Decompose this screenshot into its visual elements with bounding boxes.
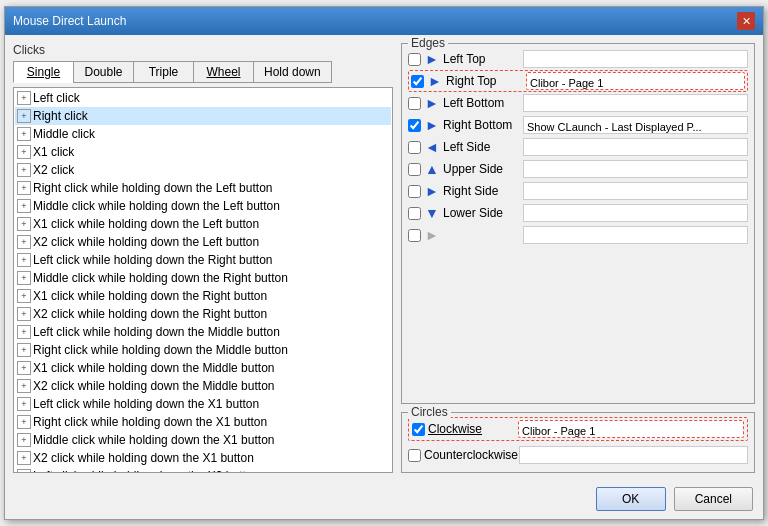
expand-icon[interactable]: +: [17, 469, 31, 473]
edge-checkbox-left-bottom[interactable]: [408, 97, 421, 110]
arrow-left-icon: ◄: [424, 139, 440, 155]
edge-row-empty: ►: [408, 224, 748, 246]
arrow-down-icon: ▼: [424, 205, 440, 221]
circle-value-clockwise[interactable]: Clibor - Page 1: [518, 420, 744, 438]
edge-checkbox-right-side[interactable]: [408, 185, 421, 198]
edge-checkbox-upper-side[interactable]: [408, 163, 421, 176]
edge-label-right-side: Right Side: [443, 182, 523, 200]
list-item-label: Right click while holding down the Middl…: [33, 342, 288, 358]
arrow-right-icon: ►: [424, 117, 440, 133]
list-item-label: Right click while holding down the Left …: [33, 180, 272, 196]
list-item[interactable]: + X2 click: [15, 161, 391, 179]
list-item-label: Left click: [33, 90, 80, 106]
edge-value-right-top[interactable]: Clibor - Page 1: [526, 72, 745, 90]
edge-row-left-side: ◄ Left Side: [408, 136, 748, 158]
list-item[interactable]: + Left click: [15, 89, 391, 107]
edge-checkbox-left-top[interactable]: [408, 53, 421, 66]
list-item[interactable]: + X1 click while holding down the Right …: [15, 287, 391, 305]
edge-checkbox-left-side[interactable]: [408, 141, 421, 154]
expand-icon[interactable]: +: [17, 145, 31, 159]
edge-value-left-top[interactable]: [523, 50, 748, 68]
tabs-row: Single Double Triple Wheel Hold down: [13, 61, 393, 83]
edge-value-upper-side[interactable]: [523, 160, 748, 178]
edge-row-upper-side: ▲ Upper Side: [408, 158, 748, 180]
list-item[interactable]: + Right click while holding down the Lef…: [15, 179, 391, 197]
arrow-right-icon: ►: [424, 95, 440, 111]
expand-icon[interactable]: +: [17, 271, 31, 285]
expand-icon[interactable]: +: [17, 361, 31, 375]
edge-value-empty[interactable]: [523, 226, 748, 244]
expand-icon[interactable]: +: [17, 433, 31, 447]
list-item[interactable]: + X1 click while holding down the Left b…: [15, 215, 391, 233]
expand-icon[interactable]: +: [17, 181, 31, 195]
edge-value-lower-side[interactable]: [523, 204, 748, 222]
expand-icon[interactable]: +: [17, 415, 31, 429]
edges-section: Edges ► Left Top ► Right Top: [401, 43, 755, 404]
title-bar: Mouse Direct Launch ✕: [5, 7, 763, 35]
ok-button[interactable]: OK: [596, 487, 666, 511]
tab-triple[interactable]: Triple: [133, 61, 193, 83]
list-item-label: X1 click: [33, 144, 74, 160]
cancel-button[interactable]: Cancel: [674, 487, 753, 511]
tab-double[interactable]: Double: [73, 61, 133, 83]
expand-icon[interactable]: +: [17, 325, 31, 339]
edge-value-right-bottom[interactable]: Show CLaunch - Last Displayed P...: [523, 116, 748, 134]
edge-label-lower-side: Lower Side: [443, 204, 523, 222]
expand-icon[interactable]: +: [17, 199, 31, 213]
expand-icon[interactable]: +: [17, 109, 31, 123]
list-item-label: Middle click while holding down the Righ…: [33, 270, 288, 286]
list-item[interactable]: + Right click while holding down the Mid…: [15, 341, 391, 359]
edge-label-left-side: Left Side: [443, 138, 523, 156]
expand-icon[interactable]: +: [17, 451, 31, 465]
edge-checkbox-empty[interactable]: [408, 229, 421, 242]
list-item[interactable]: + X1 click while holding down the Middle…: [15, 359, 391, 377]
list-item[interactable]: + Left click while holding down the Midd…: [15, 323, 391, 341]
list-item[interactable]: + Right click: [15, 107, 391, 125]
expand-icon[interactable]: +: [17, 379, 31, 393]
close-button[interactable]: ✕: [737, 12, 755, 30]
list-item[interactable]: + Middle click while holding down the Ri…: [15, 269, 391, 287]
list-item-label: Left click while holding down the Middle…: [33, 324, 280, 340]
list-item[interactable]: + X2 click while holding down the Right …: [15, 305, 391, 323]
list-item[interactable]: + X1 click: [15, 143, 391, 161]
edges-group-box: Edges ► Left Top ► Right Top: [401, 43, 755, 404]
expand-icon[interactable]: +: [17, 217, 31, 231]
edge-checkbox-lower-side[interactable]: [408, 207, 421, 220]
expand-icon[interactable]: +: [17, 91, 31, 105]
circle-checkbox-counterclockwise[interactable]: [408, 449, 421, 462]
expand-icon[interactable]: +: [17, 343, 31, 357]
tab-single[interactable]: Single: [13, 61, 73, 83]
edge-checkbox-right-top[interactable]: [411, 75, 424, 88]
edge-label-right-bottom: Right Bottom: [443, 116, 523, 134]
list-item[interactable]: + Left click while holding down the Righ…: [15, 251, 391, 269]
expand-icon[interactable]: +: [17, 127, 31, 141]
tab-wheel[interactable]: Wheel: [193, 61, 253, 83]
list-item[interactable]: + X2 click while holding down the X1 but…: [15, 449, 391, 467]
expand-icon[interactable]: +: [17, 307, 31, 321]
clicks-list[interactable]: + Left click + Right click + Middle clic…: [13, 87, 393, 473]
list-item[interactable]: + Right click while holding down the X1 …: [15, 413, 391, 431]
arrow-gray-icon: ►: [424, 227, 440, 243]
list-item[interactable]: + Middle click while holding down the Le…: [15, 197, 391, 215]
list-item-label: Right click while holding down the X1 bu…: [33, 414, 267, 430]
expand-icon[interactable]: +: [17, 253, 31, 267]
circle-checkbox-clockwise[interactable]: [412, 423, 425, 436]
list-item[interactable]: + X2 click while holding down the Middle…: [15, 377, 391, 395]
list-item[interactable]: + Middle click: [15, 125, 391, 143]
edge-value-right-side[interactable]: [523, 182, 748, 200]
list-item[interactable]: + Left click while holding down the X2 b…: [15, 467, 391, 473]
edge-checkbox-right-bottom[interactable]: [408, 119, 421, 132]
list-item[interactable]: + Left click while holding down the X1 b…: [15, 395, 391, 413]
expand-icon[interactable]: +: [17, 235, 31, 249]
tab-holddown[interactable]: Hold down: [253, 61, 332, 83]
list-item[interactable]: + Middle click while holding down the X1…: [15, 431, 391, 449]
edge-value-left-side[interactable]: [523, 138, 748, 156]
list-item[interactable]: + X2 click while holding down the Left b…: [15, 233, 391, 251]
dialog: Mouse Direct Launch ✕ Clicks Single Doub…: [4, 6, 764, 520]
expand-icon[interactable]: +: [17, 397, 31, 411]
expand-icon[interactable]: +: [17, 289, 31, 303]
circle-value-counterclockwise[interactable]: [519, 446, 748, 464]
expand-icon[interactable]: +: [17, 163, 31, 177]
edge-value-left-bottom[interactable]: [523, 94, 748, 112]
dialog-body: Clicks Single Double Triple Wheel Hold d…: [5, 35, 763, 481]
